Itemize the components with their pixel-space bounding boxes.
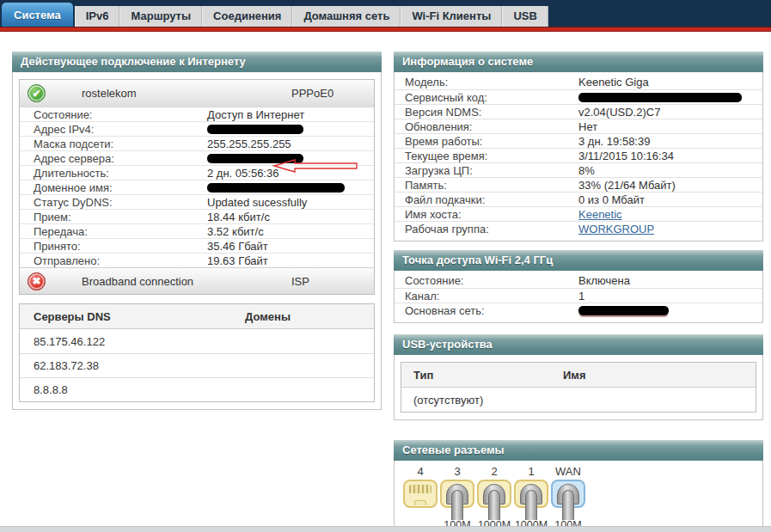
row-label: Рабочая группа:	[395, 222, 578, 235]
row-label: Файл подкачки:	[395, 193, 578, 206]
connection-detail-row: Принято:35.46 Гбайт	[20, 238, 374, 253]
connection-detail-row: Отправлено:19.63 Гбайт	[20, 253, 374, 267]
tab-Wi-Fi Клиенты[interactable]: Wi-Fi Клиенты	[401, 6, 502, 27]
info-row: Обновления:Нет	[395, 119, 762, 133]
port-1: 11000MFDX	[514, 465, 548, 532]
row-label: Прием:	[20, 210, 207, 223]
tab-Система[interactable]: Система	[2, 3, 73, 27]
ports-row: 43100MFDX21000MFDX11000MFDXWAN100MFDX	[403, 465, 762, 532]
row-label: Доменное имя:	[20, 180, 207, 194]
row-value[interactable]: WORKGROUP	[578, 222, 762, 235]
row-value[interactable]: Keenetic	[578, 207, 762, 221]
port-number: 2	[491, 465, 497, 480]
row-value[interactable]	[578, 303, 762, 317]
value-link-Keenetic[interactable]: Keenetic	[578, 208, 622, 221]
dns-server: 8.8.8.8	[20, 383, 245, 396]
redacted-value	[207, 154, 303, 163]
info-row: Файл подкачки:0 из 0 Мбайт	[395, 192, 762, 206]
row-label: Канал:	[395, 289, 578, 303]
dns-row: 85.175.46.122	[20, 329, 374, 353]
internet-panel-body: ✔rostelekomPPPoE0Состояние:Доступ в Инте…	[12, 72, 382, 410]
connection-row-rostelekom: ✔rostelekomPPPoE0	[20, 80, 374, 107]
row-value: Доступ в Интернет	[207, 107, 374, 121]
row-value	[207, 122, 374, 136]
port-4: 4	[403, 465, 438, 532]
row-label: Принято:	[20, 239, 207, 253]
info-row: Имя хоста:Keenetic	[395, 206, 762, 221]
dns-table: Серверы DNS Домены 85.175.46.12262.183.7…	[19, 303, 375, 402]
main-content: Действующее подключение к Интернету ✔ros…	[0, 32, 771, 532]
connection-interface: ISP	[291, 275, 374, 288]
dns-row: 8.8.8.8	[20, 377, 374, 401]
system-info-panel: Информация о системе Модель:Keenetic Gig…	[394, 52, 763, 242]
status-icon-cell: ✖	[20, 272, 75, 290]
ethernet-port-icon	[477, 480, 511, 508]
row-label: Адрес IPv4:	[20, 122, 207, 136]
cable-icon	[562, 490, 574, 520]
row-value: 255.255.255.255	[207, 137, 374, 150]
tab-USB[interactable]: USB	[502, 6, 548, 27]
row-label: Отправлено:	[20, 254, 207, 267]
port-number: WAN	[555, 465, 581, 480]
tab-bar: СистемаIPv6МаршрутыСоединенияДомашняя се…	[0, 0, 771, 27]
port-number: 4	[417, 465, 423, 480]
usb-table: Тип Имя (отсутствуют)	[401, 362, 756, 413]
tab-Соединения[interactable]: Соединения	[202, 6, 292, 27]
row-value	[207, 180, 374, 194]
usb-col-name: Имя	[563, 369, 756, 382]
wifi-panel-body: Состояние:ВключенаКанал:1Основная сеть:	[394, 271, 763, 323]
row-label: Адрес сервера:	[20, 151, 207, 165]
row-value	[578, 90, 762, 104]
connection-detail-row: Прием:18.44 кбит/с	[20, 209, 374, 223]
row-value: Включена	[578, 273, 762, 288]
row-value: Нет	[578, 119, 762, 133]
port-number: 1	[528, 465, 534, 480]
info-row: Сервисный код:	[395, 89, 762, 104]
info-row: Рабочая группа:WORKGROUP	[395, 221, 762, 235]
info-row: Время работы:3 дн. 19:58:39	[395, 133, 762, 148]
usb-col-type: Тип	[401, 369, 563, 382]
tab-Домашняя сеть[interactable]: Домашняя сеть	[292, 6, 401, 27]
row-value: v2.04(USD.2)C7	[578, 105, 762, 119]
tab-IPv6[interactable]: IPv6	[75, 6, 120, 27]
network-ports-panel: Сетевые разъемы 43100MFDX21000MFDX11000M…	[394, 440, 763, 532]
row-label: Имя хоста:	[395, 207, 578, 221]
connection-row-Broadband connection: ✖Broadband connectionISP	[20, 267, 374, 294]
info-row: Канал:1	[395, 288, 762, 303]
internet-connection-panel: Действующее подключение к Интернету ✔ros…	[12, 52, 382, 410]
usb-empty-row: (отсутствуют)	[401, 388, 756, 412]
port-3: 3100MFDX	[440, 465, 474, 532]
value-link-WORKGROUP[interactable]: WORKGROUP	[578, 223, 654, 235]
info-row: Память:33% (21/64 Мбайт)	[395, 177, 762, 192]
redacted-value	[578, 93, 742, 102]
connection-detail-row: Длительность:2 дн. 05:56:36	[20, 165, 374, 180]
usb-panel-body: Тип Имя (отсутствуют)	[394, 355, 763, 420]
row-label: Основная сеть:	[395, 303, 578, 317]
row-label: Состояние:	[20, 107, 207, 121]
connection-detail-row: Доменное имя:	[20, 180, 374, 194]
ethernet-port-icon	[551, 480, 585, 508]
row-value: 18.44 кбит/с	[207, 210, 374, 223]
panel-title-wifi: Точка доступа Wi-Fi 2,4 ГГц	[394, 250, 763, 271]
row-label: Обновления:	[395, 119, 578, 133]
row-value	[207, 151, 374, 165]
connection-detail-row: Передача:3.52 кбит/с	[20, 223, 374, 238]
row-value: 3.52 кбит/с	[207, 224, 374, 238]
connection-detail-row: Маска подсети:255.255.255.255	[20, 136, 374, 150]
panel-title-ports: Сетевые разъемы	[394, 440, 763, 461]
dns-server: 62.183.72.38	[20, 359, 245, 372]
system-panel-body: Модель:Keenetic GigaСервисный код:Версия…	[394, 72, 763, 242]
port-number: 3	[454, 465, 460, 480]
connections-table: ✔rostelekomPPPoE0Состояние:Доступ в Инте…	[19, 79, 375, 295]
tab-Маршруты[interactable]: Маршруты	[119, 6, 202, 27]
dns-col-servers: Серверы DNS	[20, 310, 245, 323]
row-value: 19.63 Гбайт	[207, 254, 374, 267]
row-label: Передача:	[20, 224, 207, 238]
row-label: Модель:	[395, 75, 578, 89]
row-label: Состояние:	[395, 273, 578, 288]
row-label: Версия NDMS:	[395, 105, 578, 119]
dns-table-header: Серверы DNS Домены	[20, 304, 374, 329]
dns-server: 85.175.46.122	[20, 335, 245, 348]
redacted-value[interactable]	[578, 306, 669, 315]
cable-icon	[525, 490, 537, 520]
